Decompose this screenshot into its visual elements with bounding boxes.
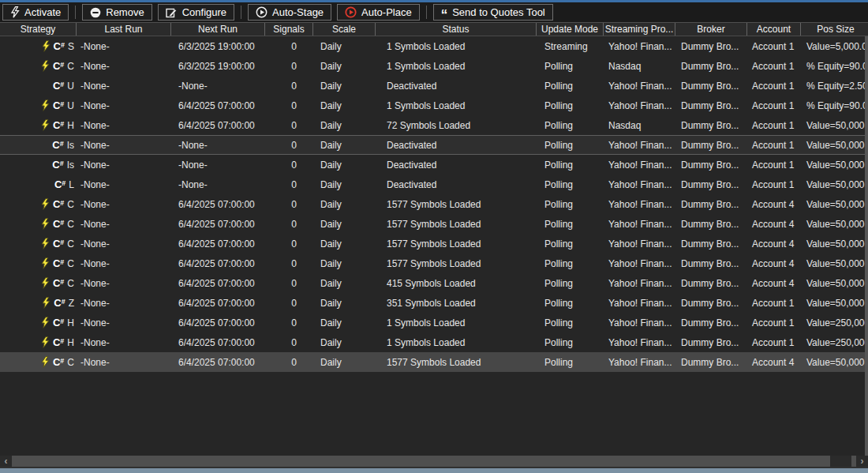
strategy-row[interactable]: C#L-None--None-0DailyDeactivatedPollingY… bbox=[0, 175, 868, 194]
column-header-pos_size[interactable]: Pos Size bbox=[801, 23, 868, 36]
strategy-name: C bbox=[67, 199, 74, 210]
cell-streaming_provider: Yahoo! Finan... bbox=[604, 352, 675, 372]
cell-scale: Daily bbox=[313, 175, 376, 194]
cell-pos_size: Value=50,000.00 bbox=[801, 352, 868, 372]
cell-strategy: C#C bbox=[0, 56, 77, 76]
strategy-row[interactable]: C#Is-None--None-0DailyDeactivatedPolling… bbox=[0, 155, 868, 175]
column-header-update_mode[interactable]: Update Mode bbox=[537, 23, 604, 36]
cell-streaming_provider: Yahoo! Finan... bbox=[604, 194, 675, 214]
csharp-icon: C# bbox=[52, 139, 63, 151]
cell-signals: 0 bbox=[265, 332, 313, 352]
cell-last_run: -None- bbox=[77, 332, 171, 352]
activate-button[interactable]: Activate bbox=[2, 4, 69, 21]
cell-broker: Dummy Bro... bbox=[675, 273, 747, 293]
cell-status: 1577 Symbols Loaded bbox=[376, 234, 537, 253]
cell-streaming_provider: Yahoo! Finan... bbox=[604, 96, 675, 115]
cell-pos_size: Value=50,000.00 bbox=[801, 214, 868, 234]
cell-scale: Daily bbox=[313, 194, 376, 214]
strategy-row[interactable]: C#C-None-6/4/2025 07:00:000Daily1577 Sym… bbox=[0, 352, 868, 372]
cell-strategy: C#H bbox=[0, 313, 77, 332]
column-header-scale[interactable]: Scale bbox=[313, 23, 376, 36]
cell-status: 1577 Symbols Loaded bbox=[376, 253, 537, 273]
strategy-row[interactable]: C#H-None-6/4/2025 07:00:000Daily1 Symbol… bbox=[0, 313, 868, 332]
chevron-left-icon: ‹ bbox=[5, 456, 8, 467]
cell-scale: Daily bbox=[313, 352, 376, 372]
remove-button[interactable]: Remove bbox=[82, 4, 152, 21]
strategy-row[interactable]: C#U-None-6/4/2025 07:00:000Daily1 Symbol… bbox=[0, 96, 868, 115]
strategy-row[interactable]: C#H-None-6/4/2025 07:00:000Daily72 Symbo… bbox=[0, 115, 868, 135]
cell-status: 1 Symbols Loaded bbox=[376, 96, 537, 115]
strategy-row[interactable]: C#C-None-6/4/2025 07:00:000Daily415 Symb… bbox=[0, 273, 868, 293]
cell-next_run: 6/4/2025 07:00:00 bbox=[171, 214, 265, 234]
strategy-row[interactable]: C#H-None-6/4/2025 07:00:000Daily1 Symbol… bbox=[0, 332, 868, 352]
cell-strategy: C#H bbox=[0, 115, 77, 135]
cell-strategy: C#Is bbox=[0, 155, 77, 175]
column-header-strategy[interactable]: Strategy bbox=[0, 23, 77, 36]
cell-update_mode: Polling bbox=[537, 273, 604, 293]
cell-scale: Daily bbox=[313, 135, 376, 155]
send-to-quotes-button[interactable]: “ Send to Quotes Tool bbox=[433, 4, 553, 21]
cell-strategy: C#C bbox=[0, 214, 77, 234]
cell-pos_size: Value=250,000.00 bbox=[801, 332, 868, 352]
cell-strategy: C#U bbox=[0, 96, 77, 115]
cell-next_run: -None- bbox=[171, 135, 265, 155]
cell-next_run: 6/3/2025 19:00:00 bbox=[171, 56, 265, 76]
scrollbar-thumb[interactable] bbox=[830, 456, 851, 467]
cell-pos_size: Value=50,000.00 bbox=[801, 194, 868, 214]
cell-scale: Daily bbox=[313, 155, 376, 175]
strategy-row[interactable]: C#S-None-6/3/2025 19:00:000Daily1 Symbol… bbox=[0, 36, 868, 56]
strategy-row[interactable]: C#C-None-6/4/2025 07:00:000Daily1577 Sym… bbox=[0, 194, 868, 214]
column-header-next_run[interactable]: Next Run bbox=[171, 23, 265, 36]
edit-pencil-icon bbox=[166, 7, 178, 18]
cell-broker: Dummy Bro... bbox=[675, 115, 747, 135]
strategy-row[interactable]: C#C-None-6/3/2025 19:00:000Daily1 Symbol… bbox=[0, 56, 868, 76]
cell-strategy: C#C bbox=[0, 273, 77, 293]
lightning-icon bbox=[41, 257, 50, 269]
cell-pos_size: Value=50,000.00 bbox=[801, 115, 868, 135]
strategy-name: S bbox=[68, 41, 74, 52]
column-header-account[interactable]: Account bbox=[747, 23, 801, 36]
strategy-row[interactable]: C#C-None-6/4/2025 07:00:000Daily1577 Sym… bbox=[0, 234, 868, 253]
strategy-row[interactable]: C#U-None--None-0DailyDeactivatedPollingY… bbox=[0, 76, 868, 96]
scroll-right-button[interactable]: › bbox=[856, 456, 868, 467]
cell-broker: Dummy Bro... bbox=[675, 76, 747, 96]
cell-signals: 0 bbox=[265, 352, 313, 372]
scroll-left-button[interactable]: ‹ bbox=[0, 456, 12, 467]
cell-next_run: 6/4/2025 07:00:00 bbox=[171, 234, 265, 253]
strategy-row[interactable]: C#C-None-6/4/2025 07:00:000Daily1577 Sym… bbox=[0, 214, 868, 234]
cell-account: Account 1 bbox=[747, 313, 801, 332]
cell-pos_size: % Equity=90.00 bbox=[801, 56, 868, 76]
toolbar: Activate Remove Configure Auto-Stage Aut… bbox=[0, 2, 868, 22]
strategy-row[interactable]: C#Is-None--None-0DailyDeactivatedPolling… bbox=[0, 135, 868, 155]
vertical-scrollbar[interactable] bbox=[865, 36, 868, 456]
column-header-broker[interactable]: Broker bbox=[675, 23, 747, 36]
cell-status: 1577 Symbols Loaded bbox=[376, 352, 537, 372]
cell-next_run: 6/4/2025 07:00:00 bbox=[171, 273, 265, 293]
cell-account: Account 4 bbox=[747, 194, 801, 214]
csharp-icon: C# bbox=[54, 297, 65, 309]
cell-account: Account 1 bbox=[747, 155, 801, 175]
lightning-icon bbox=[42, 40, 51, 52]
strategy-row[interactable]: C#Z-None-6/4/2025 07:00:000Daily351 Symb… bbox=[0, 293, 868, 313]
column-header-status[interactable]: Status bbox=[376, 23, 537, 36]
column-header-last_run[interactable]: Last Run bbox=[77, 23, 171, 36]
cell-streaming_provider: Yahoo! Finan... bbox=[604, 175, 675, 194]
lightning-icon bbox=[41, 60, 50, 72]
cell-strategy: C#C bbox=[0, 352, 77, 372]
cell-last_run: -None- bbox=[77, 214, 171, 234]
csharp-icon: C# bbox=[53, 317, 64, 328]
auto-stage-button[interactable]: Auto-Stage bbox=[248, 4, 331, 21]
configure-button[interactable]: Configure bbox=[158, 4, 234, 21]
cell-account: Account 1 bbox=[747, 56, 801, 76]
strategy-row[interactable]: C#C-None-6/4/2025 07:00:000Daily1577 Sym… bbox=[0, 253, 868, 273]
scrollbar-track[interactable] bbox=[12, 456, 856, 467]
column-header-streaming_provider[interactable]: Streaming Pro... bbox=[604, 23, 675, 36]
cell-account: Account 4 bbox=[747, 214, 801, 234]
cell-update_mode: Polling bbox=[537, 332, 604, 352]
cell-update_mode: Polling bbox=[537, 234, 604, 253]
column-header-signals[interactable]: Signals bbox=[265, 23, 313, 36]
cell-last_run: -None- bbox=[77, 56, 171, 76]
auto-place-button[interactable]: Auto-Place bbox=[337, 4, 420, 21]
strategy-name: L bbox=[69, 179, 74, 190]
cell-status: 1 Symbols Loaded bbox=[376, 36, 537, 56]
